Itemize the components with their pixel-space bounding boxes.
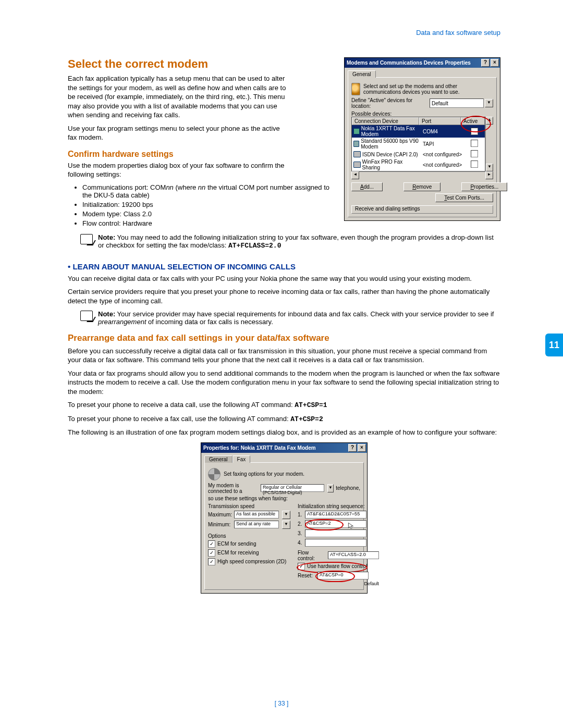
fax-sharing-icon — [353, 162, 361, 168]
transmission-speed-label: Transmission speed — [208, 503, 290, 509]
dropdown-button[interactable]: ▼ — [282, 511, 290, 519]
general-tab[interactable]: General — [348, 70, 376, 78]
fax-properties-dialog: Properties for: Nokia 1XRTT Data Fax Mod… — [201, 442, 368, 594]
help-button[interactable]: ? — [481, 59, 489, 67]
active-checkbox[interactable] — [471, 161, 478, 168]
gear-icon — [351, 83, 360, 95]
ecm-send-checkbox[interactable]: ✓ — [208, 540, 215, 548]
paragraph: Use the modem properties dialog box of y… — [68, 161, 287, 179]
receive-dialing-group: Receive and dialing settings — [351, 205, 493, 214]
note-text: Note: Your service provider may have spe… — [98, 310, 500, 326]
remove-button[interactable]: Remove — [403, 182, 440, 191]
annotation-circle — [461, 116, 491, 132]
max-speed-select[interactable]: As fast as possible — [234, 511, 279, 519]
min-speed-select[interactable]: Send at any rate — [234, 521, 279, 528]
horizontal-scrollbar[interactable]: ◄► — [351, 171, 493, 179]
subheading-prearrange: Prearrange data and fax call settings in… — [68, 333, 500, 343]
device-row[interactable]: WinFax PRO Fax Sharing <not configured> — [352, 158, 485, 171]
paragraph: To preset your phone to receive a data c… — [68, 400, 500, 410]
dropdown-button[interactable]: ▼ — [485, 99, 493, 107]
flow-control-label: Flow control: — [298, 550, 326, 561]
init-string-4[interactable] — [305, 539, 366, 547]
intro-paragraph: Each fax application typically has a set… — [68, 74, 287, 120]
device-row[interactable]: ISDN Device (CAPI 2.0) <not configured> — [352, 150, 485, 158]
dropdown-button[interactable]: ▼ — [327, 484, 334, 492]
help-button[interactable]: ? — [348, 444, 357, 452]
chapter-tab: 11 — [545, 334, 563, 356]
init-sequence-label: Initialization string sequence: — [298, 503, 379, 509]
init-string-3[interactable] — [305, 529, 366, 537]
page-number: [ 33 ] — [0, 700, 563, 707]
location-dropdown[interactable]: Default — [430, 98, 484, 108]
max-label: Maximum: — [208, 512, 232, 517]
modem-icon — [353, 128, 360, 134]
isdn-icon — [353, 151, 361, 157]
note-icon — [80, 311, 93, 321]
annotation-circle — [315, 571, 355, 582]
close-button[interactable]: × — [358, 444, 366, 452]
ecm-recv-checkbox[interactable]: ✓ — [208, 549, 215, 557]
compression-checkbox[interactable]: ✓ — [208, 558, 215, 565]
add-button[interactable]: Add... — [351, 182, 383, 191]
dialog2-title: Properties for: Nokia 1XRTT Data Fax Mod… — [203, 445, 316, 451]
note-text: Note: You may need to add the following … — [98, 233, 500, 250]
paragraph: You can receive digital data or fax call… — [68, 274, 500, 283]
flow-control-input[interactable]: AT+FCLASS=2.0 — [328, 551, 379, 559]
line2-label: so use these settings when faxing: — [208, 496, 360, 501]
properties-button[interactable]: Properties... — [461, 182, 507, 191]
define-label: Define "Active" devices for location: — [351, 97, 430, 109]
tab-fax[interactable]: Fax — [232, 455, 251, 463]
reset-label: Reset: — [298, 573, 315, 578]
paragraph: The following is an illustration of one … — [68, 428, 500, 437]
line-type-dropdown[interactable]: Regular or Cellular (PCS/GSM-Digital) — [261, 484, 324, 492]
modem-properties-dialog: Modems and Communications Devices Proper… — [344, 57, 500, 221]
init-string-1[interactable]: AT&F&C1&D2&C0S7=55 — [305, 511, 366, 519]
col-connection-device[interactable]: Connection Device — [352, 117, 419, 125]
min-label: Minimum: — [208, 522, 232, 527]
active-checkbox[interactable] — [471, 140, 478, 147]
col-port[interactable]: Port — [419, 117, 461, 125]
dropdown-button[interactable]: ▼ — [282, 521, 290, 529]
tab-general[interactable]: General — [204, 455, 232, 463]
note-icon — [80, 234, 93, 244]
section-heading: LEARN ABOUT MANUAL SELECTION OF INCOMING… — [68, 262, 500, 271]
paragraph: Before you can successfully receive a di… — [68, 347, 500, 365]
dialog2-intro: Set faxing options for your modem. — [224, 471, 304, 477]
fax-icon — [208, 468, 221, 480]
options-label: Options — [208, 533, 290, 539]
modem-icon — [353, 141, 359, 147]
paragraph: Use your fax program settings menu to se… — [68, 124, 287, 142]
dialog1-title: Modems and Communications Devices Proper… — [347, 60, 471, 66]
annotation-circle — [305, 519, 344, 530]
paragraph: Your data or fax programs should allow y… — [68, 369, 500, 397]
test-com-ports-button[interactable]: Test Com Ports... — [435, 193, 493, 202]
paragraph: To preset your phone to receive a fax ca… — [68, 414, 500, 424]
header-breadcrumb: Data and fax software setup — [68, 29, 500, 36]
dialog1-intro: Select and set up the modems and other c… — [363, 83, 493, 95]
paragraph: Certain service providers require that y… — [68, 287, 500, 305]
active-checkbox[interactable] — [471, 150, 478, 157]
close-button[interactable]: × — [491, 59, 499, 67]
device-row[interactable]: Standard 56000 bps V90 Modem TAPI — [352, 138, 485, 150]
cursor-icon — [348, 522, 355, 529]
